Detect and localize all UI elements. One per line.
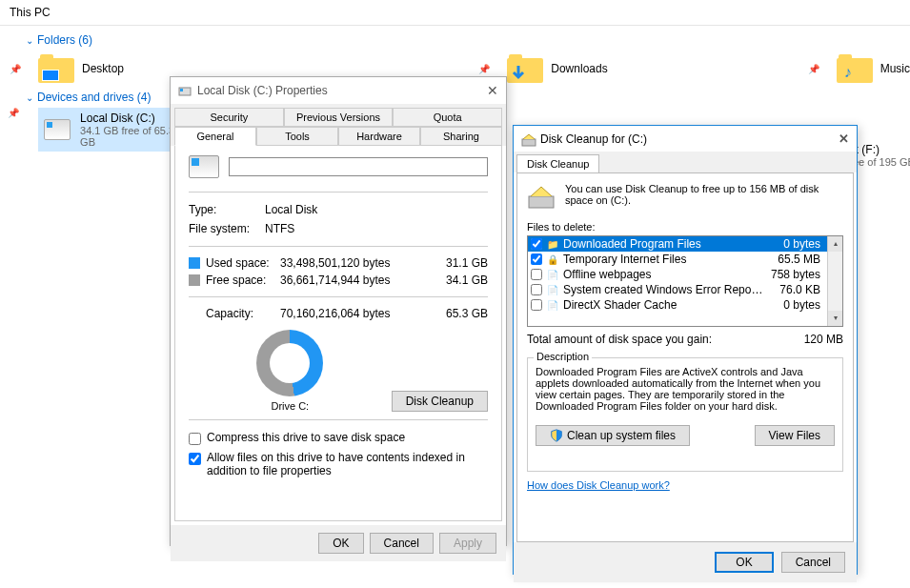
tab-general[interactable]: General xyxy=(174,127,256,146)
close-icon[interactable]: ✕ xyxy=(839,132,849,146)
close-icon[interactable]: ✕ xyxy=(487,83,498,98)
cleanup-intro-text: You can use Disk Cleanup to free up to 1… xyxy=(565,183,843,212)
file-checkbox[interactable] xyxy=(531,299,542,311)
file-name: System created Windows Error Reporti... xyxy=(563,283,763,296)
file-list-row[interactable]: 📄System created Windows Error Reporti...… xyxy=(528,282,827,297)
dialog-title: Disk Cleanup for (C:) xyxy=(540,132,833,146)
compress-label: Compress this drive to save disk space xyxy=(207,431,405,444)
file-size: 0 bytes xyxy=(767,237,824,251)
dialog-title: Local Disk (C:) Properties xyxy=(197,84,481,97)
file-list-row[interactable]: 📄DirectX Shader Cache0 bytes xyxy=(528,297,827,313)
free-space-bytes: 36,661,714,944 bytes xyxy=(280,274,446,287)
index-label: Allow files on this drive to have conten… xyxy=(207,451,488,477)
drive-name-input[interactable] xyxy=(229,157,488,176)
folder-item-desktop[interactable]: 📌 Desktop xyxy=(38,54,124,83)
file-list-row[interactable]: 📁Downloaded Program Files0 bytes xyxy=(528,236,827,252)
free-space-gb: 34.1 GB xyxy=(446,274,488,287)
drive-name: k (F:) xyxy=(853,143,910,156)
tab-tools[interactable]: Tools xyxy=(256,127,338,146)
files-to-delete-label: Files to delete: xyxy=(527,221,843,233)
dialog-titlebar[interactable]: Disk Cleanup for (C:) ✕ xyxy=(514,126,857,152)
free-space-label: Free space: xyxy=(206,274,280,287)
file-checkbox[interactable] xyxy=(531,269,542,280)
drive-icon xyxy=(189,155,219,178)
tab-disk-cleanup[interactable]: Disk Cleanup xyxy=(516,154,599,172)
view-files-button[interactable]: View Files xyxy=(755,425,835,446)
index-checkbox[interactable] xyxy=(189,453,201,465)
compress-checkbox-row[interactable]: Compress this drive to save disk space xyxy=(189,428,488,448)
ok-button[interactable]: OK xyxy=(318,533,363,554)
chevron-down-icon: ⌄ xyxy=(26,35,33,46)
file-size: 76.0 KB xyxy=(767,283,824,296)
tab-sharing[interactable]: Sharing xyxy=(420,127,502,146)
total-gain-label: Total amount of disk space you gain: xyxy=(527,333,804,346)
svg-rect-2 xyxy=(522,139,536,146)
pin-icon: 📌 xyxy=(478,64,490,74)
drive-icon xyxy=(44,119,71,140)
clean-system-files-label: Clean up system files xyxy=(567,429,676,442)
used-space-bytes: 33,498,501,120 bytes xyxy=(280,256,446,270)
lock-icon: 🔒 xyxy=(546,253,559,266)
capacity-label: Capacity: xyxy=(189,307,280,320)
scroll-down-button[interactable]: ▾ xyxy=(828,311,842,326)
file-checkbox[interactable] xyxy=(531,284,542,295)
filesystem-label: File system: xyxy=(189,222,265,235)
type-label: Type: xyxy=(189,203,265,216)
used-space-swatch xyxy=(189,257,200,269)
svg-rect-3 xyxy=(529,196,554,208)
compress-checkbox[interactable] xyxy=(189,433,201,445)
help-link[interactable]: How does Disk Cleanup work? xyxy=(527,479,843,491)
tab-previous-versions[interactable]: Previous Versions xyxy=(284,108,394,127)
file-name: Offline webpages xyxy=(563,268,763,281)
folders-section-header[interactable]: ⌄ Folders (6) xyxy=(0,26,910,51)
drive-item-c[interactable]: Local Disk (C:) 34.1 GB free of 65.3 GB xyxy=(38,108,191,152)
tab-security[interactable]: Security xyxy=(174,108,284,127)
free-space-swatch xyxy=(189,274,200,286)
file-list-row[interactable]: 📄Offline webpages758 bytes xyxy=(528,267,827,282)
page-title: This PC xyxy=(0,0,910,26)
dialog-titlebar[interactable]: Local Disk (C:) Properties ✕ xyxy=(171,77,506,104)
clean-system-files-button[interactable]: Clean up system files xyxy=(536,425,690,446)
file-size: 0 bytes xyxy=(767,298,824,312)
folders-header-label: Folders (6) xyxy=(37,33,92,47)
files-list[interactable]: 📁Downloaded Program Files0 bytes🔒Tempora… xyxy=(527,235,843,327)
capacity-bytes: 70,160,216,064 bytes xyxy=(280,307,446,320)
index-checkbox-row[interactable]: Allow files on this drive to have conten… xyxy=(189,448,488,480)
scrollbar[interactable]: ▴ ▾ xyxy=(827,236,842,326)
apply-button[interactable]: Apply xyxy=(439,533,496,554)
file-list-row[interactable]: 🔒Temporary Internet Files65.5 MB xyxy=(528,252,827,267)
folder-label: Music xyxy=(880,62,910,75)
cancel-button[interactable]: Cancel xyxy=(781,552,845,573)
disk-cleanup-dialog: Disk Cleanup for (C:) ✕ Disk Cleanup You… xyxy=(513,125,858,575)
file-name: DirectX Shader Cache xyxy=(563,298,763,312)
tab-quota[interactable]: Quota xyxy=(393,108,502,127)
disk-cleanup-button[interactable]: Disk Cleanup xyxy=(392,391,488,412)
folder-item-downloads[interactable]: 📌 Downloads xyxy=(507,54,607,83)
file-size: 65.5 MB xyxy=(767,253,824,266)
page-icon: 📄 xyxy=(546,268,559,281)
folder-icon: ♪ xyxy=(837,54,873,83)
file-name: Temporary Internet Files xyxy=(563,253,763,266)
cancel-button[interactable]: Cancel xyxy=(370,533,434,554)
used-space-label: Used space: xyxy=(206,256,280,270)
file-checkbox[interactable] xyxy=(531,253,542,265)
pin-icon: 📌 xyxy=(8,108,19,118)
file-checkbox[interactable] xyxy=(531,238,542,250)
disk-cleanup-icon xyxy=(527,183,556,212)
description-text: Downloaded Program Files are ActiveX con… xyxy=(536,366,835,412)
ok-button[interactable]: OK xyxy=(715,552,773,573)
tab-hardware[interactable]: Hardware xyxy=(338,127,420,146)
folder-item-music[interactable]: 📌 ♪ Music xyxy=(837,54,910,83)
capacity-gb: 65.3 GB xyxy=(446,307,488,320)
disk-cleanup-icon xyxy=(521,132,535,146)
pie-label: Drive C: xyxy=(189,400,392,412)
chevron-down-icon: ⌄ xyxy=(26,92,33,103)
folder-label: Downloads xyxy=(551,62,607,75)
scroll-up-button[interactable]: ▴ xyxy=(828,236,842,252)
drive-icon xyxy=(178,84,192,97)
properties-dialog: Local Disk (C:) Properties ✕ Security Pr… xyxy=(170,76,507,546)
description-legend: Description xyxy=(534,351,592,362)
svg-rect-1 xyxy=(180,89,183,91)
drive-subtext: ee of 195 GB xyxy=(853,156,910,168)
folder-icon xyxy=(38,54,74,83)
